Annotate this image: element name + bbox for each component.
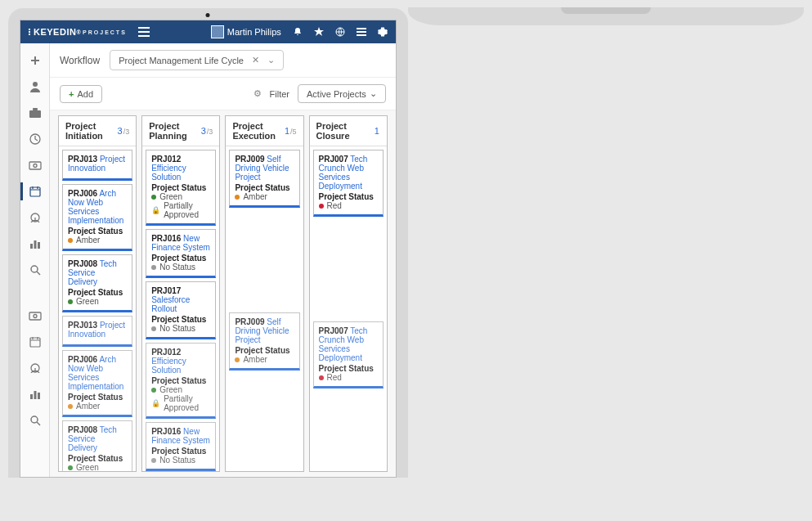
sidebar-money-icon[interactable] bbox=[20, 155, 49, 176]
kanban-column: Project Planning3/3PRJ012 Efficiency Sol… bbox=[141, 115, 220, 472]
list-icon[interactable] bbox=[357, 27, 366, 37]
sidebar-chart-bar-icon[interactable] bbox=[20, 233, 49, 254]
toolbar: +Add ⚙ Filter Active Projects⌄ bbox=[50, 78, 396, 110]
project-card[interactable]: PRJ013 Project Innovation bbox=[62, 150, 132, 181]
sidebar-search-icon[interactable] bbox=[20, 410, 49, 431]
column-header: Project Initiation3/3 bbox=[59, 116, 136, 146]
svg-rect-18 bbox=[30, 338, 40, 347]
gear-icon[interactable]: ⚙ bbox=[253, 88, 262, 99]
left-sidebar bbox=[20, 43, 50, 477]
project-card[interactable]: PRJ017 Salesforce RolloutProject StatusN… bbox=[146, 281, 216, 339]
column-header: Project Closure1 bbox=[310, 116, 387, 146]
workflow-label: Workflow bbox=[60, 55, 100, 66]
workflow-selector[interactable]: Project Management Life Cycle ✕ ⌄ bbox=[110, 50, 284, 70]
sidebar-dashboard-icon[interactable] bbox=[20, 207, 49, 228]
svg-rect-6 bbox=[33, 108, 38, 110]
top-navbar: KEYEDIN® PROJECTS Martin Philips bbox=[20, 20, 396, 43]
brand-logo: KEYEDIN® PROJECTS bbox=[29, 27, 127, 37]
sidebar-person-icon[interactable] bbox=[20, 76, 49, 97]
kanban-column: Project Initiation3/3PRJ013 Project Inno… bbox=[58, 115, 137, 472]
user-menu[interactable]: Martin Philips bbox=[211, 25, 281, 38]
project-card[interactable]: PRJ008 Tech Service DeliveryProject Stat… bbox=[62, 254, 132, 312]
svg-rect-20 bbox=[30, 394, 33, 399]
svg-rect-12 bbox=[30, 244, 33, 249]
project-card[interactable]: PRJ009 Self Driving Vehicle ProjectProje… bbox=[229, 312, 299, 371]
kanban-column: Project Execution1/5PRJ009 Self Driving … bbox=[225, 115, 303, 472]
svg-point-23 bbox=[31, 416, 38, 423]
star-icon[interactable] bbox=[314, 27, 324, 37]
hamburger-icon[interactable] bbox=[138, 27, 150, 37]
svg-point-9 bbox=[34, 164, 37, 167]
kanban-column: Project Closure1PRJ007 Tech Crunch Web S… bbox=[309, 115, 388, 472]
project-card[interactable]: PRJ008 Tech Service DeliveryProject Stat… bbox=[62, 420, 132, 471]
globe-icon[interactable] bbox=[335, 27, 345, 37]
svg-rect-16 bbox=[29, 312, 41, 320]
project-card[interactable]: PRJ007 Tech Crunch Web Services Deployme… bbox=[313, 321, 384, 389]
sidebar-plus-icon[interactable] bbox=[20, 50, 49, 71]
svg-rect-13 bbox=[34, 240, 36, 249]
bell-icon[interactable] bbox=[293, 27, 303, 37]
svg-rect-10 bbox=[30, 187, 40, 196]
svg-rect-2 bbox=[357, 31, 366, 33]
filter-selector[interactable]: Active Projects⌄ bbox=[298, 84, 386, 103]
column-header: Project Execution1/5 bbox=[226, 116, 303, 146]
sidebar-clock-icon[interactable] bbox=[20, 128, 49, 150]
project-card[interactable]: PRJ016 New Finance SystemProject StatusN… bbox=[146, 229, 216, 278]
settings-icon[interactable] bbox=[378, 27, 388, 37]
project-card[interactable]: PRJ007 Tech Crunch Web Services Deployme… bbox=[313, 150, 384, 217]
sidebar-calendar-icon[interactable] bbox=[20, 331, 49, 353]
svg-rect-3 bbox=[357, 34, 366, 36]
svg-rect-5 bbox=[29, 110, 41, 118]
project-card[interactable]: PRJ009 Self Driving Vehicle ProjectProje… bbox=[229, 150, 299, 208]
column-header: Project Planning3/3 bbox=[142, 116, 219, 146]
filter-label: Filter bbox=[270, 89, 289, 99]
sidebar-search-icon[interactable] bbox=[20, 259, 49, 281]
sidebar-calendar-icon[interactable] bbox=[20, 181, 49, 202]
project-card[interactable]: PRJ016 New Finance SystemProject StatusN… bbox=[146, 422, 216, 471]
svg-rect-21 bbox=[34, 391, 36, 399]
project-card[interactable]: PRJ013 Project Innovation bbox=[62, 316, 132, 347]
kanban-board: Project Initiation3/3PRJ013 Project Inno… bbox=[50, 110, 396, 477]
project-card[interactable]: PRJ012 Efficiency SolutionProject Status… bbox=[146, 343, 216, 419]
workflow-bar: Workflow Project Management Life Cycle ✕… bbox=[50, 43, 396, 78]
svg-rect-14 bbox=[38, 242, 40, 249]
project-card[interactable]: PRJ006 Arch Now Web Services Implementat… bbox=[62, 350, 132, 417]
svg-point-15 bbox=[31, 266, 38, 272]
sidebar-briefcase-icon[interactable] bbox=[20, 102, 49, 124]
avatar-icon bbox=[211, 25, 224, 38]
sidebar-dashboard-icon[interactable] bbox=[20, 357, 49, 379]
svg-rect-1 bbox=[357, 28, 366, 29]
add-button[interactable]: +Add bbox=[60, 85, 102, 103]
svg-rect-22 bbox=[38, 393, 40, 399]
svg-point-17 bbox=[34, 314, 37, 317]
sidebar-chart-bar-icon[interactable] bbox=[20, 384, 49, 405]
sidebar-money-icon[interactable] bbox=[20, 305, 49, 326]
svg-rect-8 bbox=[29, 162, 41, 169]
clear-icon[interactable]: ✕ bbox=[252, 55, 259, 65]
svg-point-4 bbox=[33, 82, 38, 87]
chevron-down-icon[interactable]: ⌄ bbox=[267, 55, 275, 65]
project-card[interactable]: PRJ006 Arch Now Web Services Implementat… bbox=[62, 184, 132, 251]
project-card[interactable]: PRJ012 Efficiency SolutionProject Status… bbox=[146, 150, 216, 226]
